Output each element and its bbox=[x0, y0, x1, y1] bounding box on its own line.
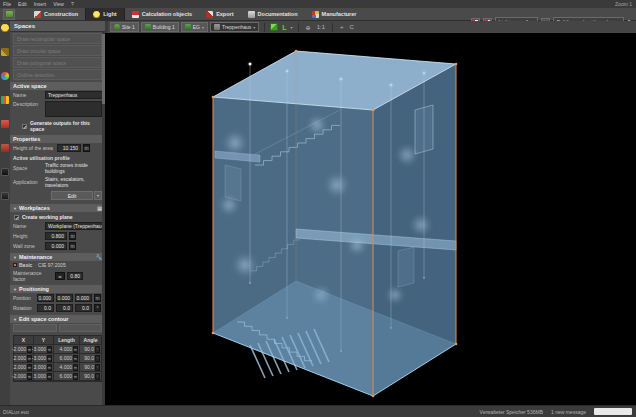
position-y-input[interactable]: 0.000 bbox=[56, 294, 73, 302]
chevron-down-icon[interactable]: ▾ bbox=[291, 25, 293, 30]
cell-length[interactable]: 6.000m bbox=[54, 372, 80, 380]
space-volume[interactable] bbox=[213, 51, 456, 396]
rotation-x-input[interactable]: 0.0 bbox=[37, 304, 54, 312]
maintenance-factor-stepper[interactable]: ◂▸ bbox=[55, 272, 65, 280]
cell-angle[interactable]: 90.0° bbox=[80, 372, 101, 380]
height-of-area-input[interactable]: 10.150 bbox=[57, 144, 81, 152]
zoom-fit-icon[interactable]: ⊕ bbox=[304, 24, 313, 31]
context-toolbar: Site 1 Building 1 EG ▾ Treppenhaus ▾ L ▾… bbox=[108, 21, 636, 33]
workplane-height-unit: m bbox=[69, 232, 76, 240]
cell-angle[interactable]: 90.0° bbox=[80, 345, 101, 353]
one-to-one-button[interactable]: 1:1 bbox=[315, 24, 327, 30]
cell-y[interactable]: -3.000m bbox=[34, 345, 54, 353]
tab-label: Calculation objects bbox=[142, 11, 192, 17]
positioning-header[interactable]: ▼ Positioning bbox=[10, 285, 105, 293]
storey-dropdown[interactable]: EG ▾ bbox=[181, 22, 208, 32]
workplane-height-input[interactable]: 0.800 bbox=[45, 232, 67, 240]
application-row: Application Stairs, escalators, travelat… bbox=[10, 175, 105, 189]
draw-circular-space-button[interactable]: Draw circular space bbox=[13, 45, 102, 56]
position-z-input[interactable]: 0.000 bbox=[75, 294, 92, 302]
edit-profile-dropdown[interactable]: ▾ bbox=[94, 191, 102, 200]
position-x-input[interactable]: 0.000 bbox=[37, 294, 54, 302]
workplane-name-input[interactable] bbox=[45, 222, 105, 230]
building-button[interactable]: Building 1 bbox=[141, 22, 179, 32]
maintenance-header[interactable]: ▼ Maintenance 🔧 bbox=[10, 253, 105, 261]
space-name-input[interactable] bbox=[45, 91, 105, 99]
wall-zone-input[interactable]: 0.000 bbox=[45, 242, 67, 250]
unit-deg: ° bbox=[95, 355, 100, 362]
light-scenes-tool-icon[interactable] bbox=[1, 48, 9, 56]
contour-buttons-row bbox=[10, 323, 105, 333]
edit-space-contour-header[interactable]: ▼ Edit space contour bbox=[10, 315, 105, 323]
cell-y[interactable]: -3.000m bbox=[34, 354, 54, 362]
create-working-plane-label: Create working plane bbox=[22, 214, 73, 220]
space-profile-row: Space Traffic zones inside buildings bbox=[10, 161, 105, 175]
objects-tool-icon[interactable] bbox=[1, 192, 9, 200]
create-working-plane-checkbox[interactable]: ✓ bbox=[14, 215, 19, 220]
menu-edit[interactable]: Edit bbox=[18, 1, 27, 7]
tab-label: Light bbox=[103, 11, 116, 17]
edit-profile-button[interactable]: Edit bbox=[51, 191, 93, 200]
menu-insert[interactable]: Insert bbox=[34, 1, 47, 7]
cell-length[interactable]: 6.000m bbox=[54, 354, 80, 362]
message-indicator[interactable] bbox=[594, 408, 632, 415]
luminaires-tool-icon[interactable] bbox=[1, 24, 9, 32]
status-bar: DIALux evo Verwalteter Speicher 536MB 1 … bbox=[0, 405, 636, 417]
draw-polygonal-space-button[interactable]: Draw polygonal space bbox=[13, 57, 102, 68]
zoom-in-button[interactable]: + bbox=[338, 24, 346, 30]
tab-documentation[interactable]: Documentation bbox=[241, 8, 305, 21]
building-tool-icon[interactable] bbox=[1, 120, 9, 128]
menu-view[interactable]: View bbox=[53, 1, 64, 7]
floorplan-view-button[interactable]: L bbox=[280, 24, 288, 31]
maintenance-standard-value[interactable]: CIE 97:2005 bbox=[38, 262, 66, 268]
calculation-tool-icon[interactable] bbox=[1, 96, 9, 104]
cell-angle[interactable]: 90.0° bbox=[80, 363, 101, 371]
cell-length[interactable]: 4.000m bbox=[54, 345, 80, 353]
cell-x[interactable]: 2.000m bbox=[14, 363, 34, 371]
space-dropdown[interactable]: Treppenhaus ▾ bbox=[210, 22, 259, 32]
generate-outputs-checkbox[interactable]: ✓ bbox=[22, 124, 27, 129]
height-unit: m bbox=[83, 144, 90, 152]
maintenance-factor-input[interactable]: 0.80 bbox=[67, 272, 83, 280]
menu-help[interactable]: ? bbox=[71, 1, 74, 7]
outline-detection-button[interactable]: Outline detection bbox=[13, 69, 102, 80]
cell-angle[interactable]: 90.0° bbox=[80, 354, 101, 362]
tab-construction[interactable]: Construction bbox=[27, 8, 85, 21]
save-button[interactable] bbox=[3, 9, 15, 20]
contour-header-label: Edit space contour bbox=[19, 316, 69, 322]
toolbar-separator bbox=[332, 23, 333, 32]
menu-file[interactable]: File bbox=[3, 1, 11, 7]
tab-light[interactable]: Light bbox=[85, 8, 124, 21]
rotation-y-input[interactable]: 0.0 bbox=[56, 304, 73, 312]
camera-button[interactable]: C bbox=[348, 24, 356, 30]
rotation-z-input[interactable]: 0.0 bbox=[75, 304, 92, 312]
table-row: 2.000m -3.000m 6.000m 90.0° bbox=[14, 354, 101, 363]
contour-action-button-1[interactable] bbox=[13, 324, 57, 332]
tab-export[interactable]: Export bbox=[199, 8, 240, 21]
site-button[interactable]: Site 1 bbox=[110, 22, 139, 32]
new-message-label[interactable]: 1 new message bbox=[551, 409, 586, 415]
workplaces-header[interactable]: ▼ Workplaces ▤ bbox=[10, 204, 105, 212]
site-label: Site 1 bbox=[122, 24, 135, 30]
cell-y[interactable]: 3.000m bbox=[34, 363, 54, 371]
draw-rectangular-space-button[interactable]: Draw rectangular space bbox=[13, 33, 102, 44]
toolbar-separator bbox=[298, 23, 299, 32]
panel-title: Spaces bbox=[10, 21, 105, 32]
collapse-caret-icon: ▼ bbox=[13, 287, 17, 292]
cell-x[interactable]: -2.000m bbox=[14, 372, 34, 380]
description-input[interactable] bbox=[45, 101, 102, 117]
tab-calculation-objects[interactable]: Calculation objects bbox=[125, 8, 199, 21]
basic-radio[interactable] bbox=[13, 263, 17, 267]
tab-label: Documentation bbox=[258, 11, 298, 17]
view-3d-button[interactable] bbox=[270, 23, 278, 31]
lamp-tool-icon[interactable] bbox=[1, 168, 9, 176]
colors-tool-icon[interactable] bbox=[1, 72, 9, 80]
cell-length[interactable]: 4.000m bbox=[54, 363, 80, 371]
table-row: 2.000m 3.000m 4.000m 90.0° bbox=[14, 363, 101, 372]
tab-manufacturer[interactable]: Manufacturer bbox=[305, 8, 364, 21]
contour-action-button-2[interactable] bbox=[59, 324, 103, 332]
furniture-tool-icon[interactable] bbox=[1, 144, 9, 152]
cell-y[interactable]: 3.000m bbox=[34, 372, 54, 380]
cad-3d-viewport[interactable] bbox=[105, 33, 636, 405]
tab-label: Manufacturer bbox=[322, 11, 357, 17]
